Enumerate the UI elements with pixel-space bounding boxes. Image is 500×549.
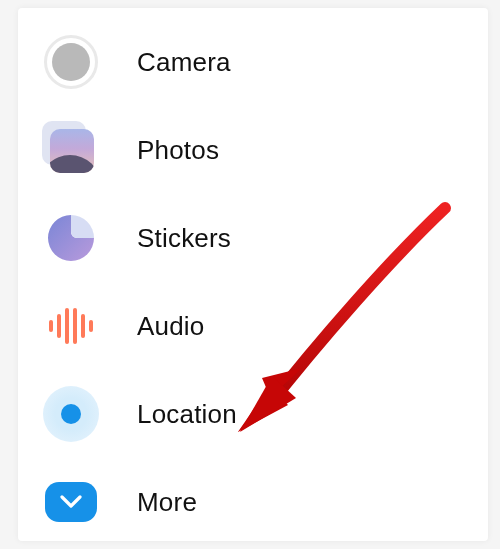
menu-item-location[interactable]: Location <box>18 370 488 458</box>
menu-item-label: Location <box>137 399 237 430</box>
camera-icon <box>43 34 99 90</box>
svg-rect-2 <box>65 308 69 344</box>
menu-item-label: Photos <box>137 135 219 166</box>
audio-icon <box>43 298 99 354</box>
chevron-down-icon <box>43 474 99 530</box>
location-icon <box>43 386 99 442</box>
menu-item-label: Camera <box>137 47 231 78</box>
menu-item-stickers[interactable]: Stickers <box>18 194 488 282</box>
svg-rect-5 <box>89 320 93 332</box>
stickers-icon <box>43 210 99 266</box>
svg-rect-3 <box>73 308 77 344</box>
svg-rect-1 <box>57 314 61 338</box>
menu-item-audio[interactable]: Audio <box>18 282 488 370</box>
attachment-menu-panel: Camera Photos <box>18 8 488 541</box>
menu-item-label: Audio <box>137 311 205 342</box>
attachment-menu: Camera Photos <box>18 18 488 546</box>
photos-icon <box>43 122 99 178</box>
menu-item-camera[interactable]: Camera <box>18 18 488 106</box>
menu-item-more[interactable]: More <box>18 458 488 546</box>
menu-item-label: Stickers <box>137 223 231 254</box>
menu-item-label: More <box>137 487 197 518</box>
svg-rect-0 <box>49 320 53 332</box>
svg-rect-4 <box>81 314 85 338</box>
menu-item-photos[interactable]: Photos <box>18 106 488 194</box>
